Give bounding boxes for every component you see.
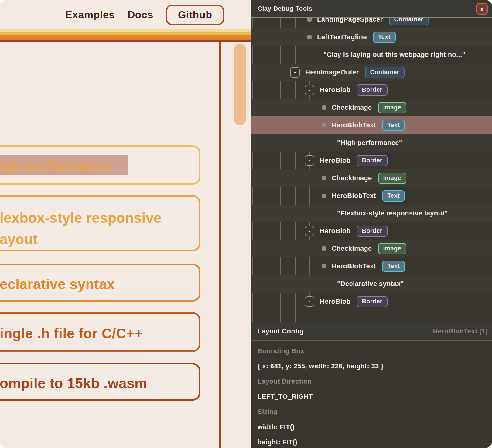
- layout-config-body: Bounding Box{ x: 681, y: 255, width: 226…: [251, 342, 492, 448]
- leaf-bullet-icon: [322, 264, 326, 268]
- tree-node-name: HeroBlob: [320, 227, 350, 235]
- tree-node-name: LeftTextTagline: [317, 33, 367, 41]
- collapse-toggle-button[interactable]: -: [305, 155, 314, 166]
- feature-card-text: ompile to 15kb .wasm: [0, 373, 147, 394]
- config-field-label: Bounding Box: [258, 343, 492, 359]
- tree-text-preview-row: "Declarative syntax": [251, 275, 492, 293]
- feature-card: ingle .h file for C/C++: [0, 312, 200, 352]
- element-type-badge: Text: [382, 261, 405, 272]
- gradient-stripe: [0, 40, 251, 42]
- tree-node-row[interactable]: HeroBlobTextText: [251, 257, 492, 275]
- leaf-bullet-icon: [322, 105, 326, 110]
- app-window: Examples Docs Github igh performancelexb…: [0, 0, 492, 448]
- layout-config-selected-element: HeroBlobText (1): [433, 327, 488, 335]
- leaf-bullet-icon: [322, 176, 326, 180]
- feature-card: ompile to 15kb .wasm: [0, 363, 200, 401]
- tree-node-name: HeroBlob: [320, 86, 350, 94]
- gradient-stripe: [0, 38, 251, 40]
- github-button-label: Github: [178, 9, 212, 21]
- text-content-preview: "Declarative syntax": [337, 280, 404, 288]
- feature-card: igh performance: [0, 145, 200, 185]
- tree-node-name: HeroBlob: [320, 157, 350, 164]
- config-field-label: Layout Direction: [258, 374, 492, 389]
- tree-node-row[interactable]: HeroBlobTextText: [251, 187, 492, 205]
- text-content-preview: "High performance": [337, 139, 402, 147]
- element-type-badge: Border: [357, 155, 387, 166]
- element-type-badge: Border: [357, 296, 387, 307]
- tree-node-row[interactable]: -HeroBlobBorder: [251, 81, 492, 99]
- debug-panel-header: Clay Debug Tools x: [251, 0, 492, 18]
- feature-card: lexbox-style responsiveayout: [0, 195, 200, 251]
- text-content-preview: "Flexbox-style responsive layout": [337, 209, 448, 217]
- config-field-value: width: FIT(): [258, 419, 492, 435]
- page-vertical-divider: [219, 42, 221, 448]
- tree-node-row[interactable]: -HeroBlobBorder: [251, 293, 492, 310]
- tree-text-preview-row: "Flexbox-style responsive layout": [251, 205, 492, 222]
- leaf-bullet-icon: [307, 35, 312, 39]
- tree-node-row[interactable]: HeroBlobTextText: [251, 116, 492, 134]
- debug-panel-title: Clay Debug Tools: [258, 5, 313, 12]
- config-field-value: { x: 681, y: 255, width: 226, height: 33…: [258, 359, 492, 374]
- collapse-toggle-button[interactable]: -: [305, 226, 314, 236]
- leaf-bullet-icon: [322, 246, 326, 251]
- tree-node-name: CheckImage: [332, 245, 372, 253]
- feature-card-text: ingle .h file for C/C++: [0, 323, 143, 344]
- tree-node-row[interactable]: -HeroImageOuterContainer: [251, 64, 492, 81]
- tree-node-row[interactable]: -HeroBlobBorder: [251, 152, 492, 169]
- element-type-badge: Text: [382, 190, 405, 202]
- tree-node-name: HeroImageOuter: [305, 68, 359, 76]
- feature-card-text: igh performance: [0, 155, 111, 176]
- tree-node-name: HeroBlobText: [332, 192, 376, 200]
- element-tree: LandingPageSpacerContainerLeftTextTaglin…: [251, 18, 492, 322]
- element-type-badge: Image: [378, 173, 406, 184]
- tree-node-row[interactable]: CheckImageImage: [251, 169, 492, 187]
- collapse-toggle-button[interactable]: -: [290, 67, 300, 78]
- close-button[interactable]: x: [476, 3, 488, 15]
- element-type-badge: Border: [357, 226, 387, 237]
- text-content-preview: "Clay is laying out this webpage right n…: [323, 51, 465, 59]
- page-scrollbar-thumb[interactable]: [234, 44, 246, 125]
- header-gradient-stripes: [0, 29, 251, 42]
- element-type-badge: Container: [389, 18, 429, 25]
- clay-debug-panel: Clay Debug Tools x LandingPageSpacerCont…: [251, 0, 492, 448]
- collapse-toggle-button[interactable]: -: [305, 296, 314, 307]
- collapse-toggle-button[interactable]: -: [305, 85, 314, 95]
- nav-docs[interactable]: Docs: [128, 9, 153, 21]
- feature-card: eclarative syntax: [0, 264, 200, 302]
- close-icon: x: [480, 6, 484, 12]
- tree-node-name: CheckImage: [332, 104, 372, 112]
- element-type-badge: Text: [373, 32, 396, 43]
- layout-config-title: Layout Config: [258, 327, 304, 335]
- config-field-value: LEFT_TO_RIGHT: [258, 389, 492, 404]
- tree-node-name: HeroBlob: [320, 298, 350, 305]
- leaf-bullet-icon: [322, 194, 326, 198]
- leaf-bullet-icon: [322, 123, 326, 127]
- tree-text-preview-row: "Clay is laying out this webpage right n…: [251, 46, 492, 64]
- gradient-stripe: [0, 32, 251, 35]
- gradient-stripe: [0, 29, 251, 32]
- tree-node-name: HeroBlobText: [332, 262, 376, 270]
- tree-node-row[interactable]: -HeroBlobBorder: [251, 222, 492, 240]
- element-type-badge: Image: [378, 102, 406, 113]
- layout-config-header: Layout Config HeroBlobText (1): [251, 322, 492, 341]
- tree-node-name: LandingPageSpacer: [317, 18, 383, 23]
- element-type-badge: Border: [357, 84, 387, 96]
- tree-node-name: HeroBlobText: [332, 121, 376, 129]
- tree-text-preview-row: "High performance": [251, 134, 492, 152]
- gradient-stripe: [0, 35, 251, 38]
- leaf-bullet-icon: [307, 18, 312, 22]
- tree-node-name: CheckImage: [332, 174, 372, 182]
- config-field-label: Sizing: [258, 404, 492, 419]
- tree-node-row[interactable]: CheckImageImage: [251, 99, 492, 116]
- element-type-badge: Container: [365, 67, 405, 78]
- feature-card-text: eclarative syntax: [0, 274, 115, 295]
- top-nav: Examples Docs Github: [65, 0, 224, 29]
- element-type-badge: Text: [382, 120, 405, 131]
- tree-node-row[interactable]: LeftTextTaglineText: [251, 28, 492, 46]
- config-field-value: height: FIT(): [258, 435, 492, 448]
- tree-node-row[interactable]: LandingPageSpacerContainer: [251, 18, 492, 28]
- feature-card-text: lexbox-style responsiveayout: [0, 207, 162, 250]
- nav-examples[interactable]: Examples: [65, 9, 115, 21]
- github-button[interactable]: Github: [166, 5, 224, 25]
- tree-node-row[interactable]: CheckImageImage: [251, 240, 492, 257]
